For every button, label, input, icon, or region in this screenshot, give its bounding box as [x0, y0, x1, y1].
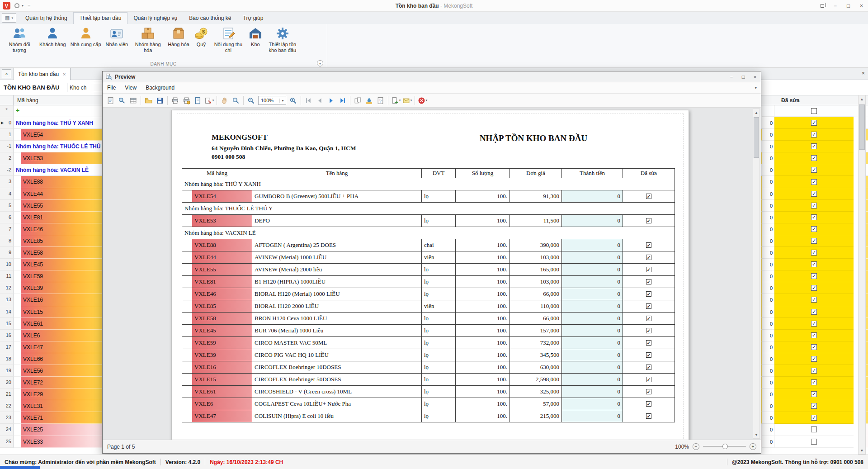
scale-icon[interactable]: ▾ [204, 95, 214, 106]
right-grid-row-26[interactable]: 0 [762, 424, 858, 436]
ribbon-collapse-icon[interactable]: ▼ [317, 60, 323, 66]
ribbon-tab-3[interactable]: Báo cáo thống kê [183, 13, 237, 24]
tabstrip-close-icon[interactable]: × [2, 69, 11, 78]
checkbox-icon[interactable]: ✓ [811, 403, 817, 409]
right-grid-row-15[interactable]: 0✓ [762, 294, 858, 306]
zoom-combo[interactable]: 100%▾ [258, 96, 286, 105]
ribbon-button-4[interactable]: Nhóm hàng hóa [131, 25, 165, 54]
close-button[interactable]: × [855, 0, 868, 11]
checkbox-icon[interactable]: ✓ [811, 321, 817, 327]
edited-checkbox-cell[interactable]: ✓ [774, 235, 854, 247]
edited-checkbox-cell[interactable]: ✓ [774, 400, 854, 412]
right-grid-row-10[interactable]: 0✓ [762, 235, 858, 247]
checkbox-icon[interactable] [811, 108, 817, 114]
maximize-button[interactable]: □ [842, 0, 855, 11]
checkbox-icon[interactable]: ✓ [811, 261, 817, 267]
checkbox-icon[interactable]: ✓ [811, 273, 817, 279]
right-grid-row-0[interactable]: 0✓ [762, 117, 858, 129]
edited-checkbox-cell[interactable]: ✓ [774, 212, 854, 223]
quick-access-caret-icon[interactable]: ▾ [22, 4, 24, 8]
new-item-edited-cell[interactable] [774, 105, 854, 117]
edited-checkbox-cell[interactable]: ✓ [774, 412, 854, 424]
edited-checkbox-cell[interactable]: ✓ [774, 341, 854, 353]
preview-close-button[interactable]: × [749, 71, 761, 82]
quick-access-icon[interactable] [14, 3, 19, 8]
checkbox-icon[interactable] [811, 439, 817, 445]
checkbox-icon[interactable]: ✓ [811, 120, 817, 126]
ribbon-button-7[interactable]: Nội dung thu chi [211, 25, 245, 54]
edited-checkbox-cell[interactable]: ✓ [774, 365, 854, 377]
ribbon-button-5[interactable]: Hàng hóa [166, 25, 191, 48]
zoom-in-button[interactable]: + [750, 443, 756, 450]
ribbon-tab-4[interactable]: Trợ giúp [237, 13, 269, 24]
checkbox-icon[interactable]: ✓ [811, 309, 817, 315]
right-grid-row-9[interactable]: 0✓ [762, 223, 858, 235]
checkbox-icon[interactable]: ✓ [811, 238, 817, 244]
edited-checkbox-cell[interactable]: ✓ [774, 282, 854, 294]
checkbox-icon[interactable]: ✓ [811, 297, 817, 303]
right-grid-row-23[interactable]: 0✓ [762, 388, 858, 400]
edited-checkbox-cell[interactable]: ✓ [774, 188, 854, 200]
checkbox-icon[interactable]: ✓ [811, 191, 817, 197]
edited-checkbox-cell[interactable]: ✓ [774, 247, 854, 259]
checkbox-icon[interactable]: ✓ [811, 179, 817, 185]
edited-checkbox-cell[interactable]: ✓ [774, 270, 854, 282]
ribbon-tab-1[interactable]: Thiết lập ban đầu [73, 12, 128, 24]
close-preview-icon[interactable]: ▾ [417, 95, 428, 106]
close-preview-caret-icon[interactable]: ▾ [426, 99, 428, 102]
edited-checkbox-cell[interactable]: ✓ [774, 259, 854, 270]
ribbon-tab-0[interactable]: Quản trị hệ thống [19, 13, 73, 24]
zoom-out-icon[interactable] [246, 95, 256, 106]
column-header-da-sua[interactable]: Đã sửa [762, 95, 858, 105]
checkbox-icon[interactable]: ✓ [811, 250, 817, 256]
checkbox-icon[interactable]: ✓ [811, 143, 817, 149]
print-dialog-icon[interactable] [181, 95, 192, 106]
open-icon[interactable] [143, 95, 154, 106]
right-grid-row-25[interactable]: 0✓ [762, 412, 858, 424]
zoom-combo-caret-icon[interactable]: ▾ [279, 99, 286, 103]
document-map-icon[interactable] [105, 95, 116, 106]
first-page-icon[interactable] [303, 95, 314, 106]
scroll-down-icon[interactable]: ▼ [859, 447, 865, 454]
ribbon-button-0[interactable]: Nhóm đối tượng [2, 25, 37, 54]
document-tab-close-icon[interactable]: × [63, 71, 66, 77]
checkbox-icon[interactable]: ✓ [811, 379, 817, 385]
preview-scrollbar-thumb[interactable] [754, 117, 759, 158]
email-icon[interactable]: ▾ [402, 95, 412, 106]
checkbox-icon[interactable]: ✓ [811, 391, 817, 397]
edited-checkbox-cell[interactable]: ✓ [774, 318, 854, 330]
page-setup-icon[interactable] [193, 95, 203, 106]
menu-1[interactable]: View [120, 83, 141, 93]
ribbon-button-8[interactable]: Kho [246, 25, 264, 48]
right-grid-row-3[interactable]: 0✓ [762, 152, 858, 164]
print-icon[interactable] [170, 95, 180, 106]
edited-checkbox-cell[interactable]: ✓ [774, 176, 854, 188]
checkbox-icon[interactable]: ✓ [811, 214, 817, 220]
edited-checkbox-cell[interactable]: ✓ [774, 117, 854, 129]
right-grid-row-16[interactable]: 0✓ [762, 306, 858, 318]
checkbox-icon[interactable]: ✓ [811, 203, 817, 208]
checkbox-icon[interactable]: ✓ [811, 285, 817, 291]
right-grid-row-14[interactable]: 0✓ [762, 282, 858, 294]
edited-checkbox-cell[interactable]: ✓ [774, 152, 854, 164]
document-tab-ton-kho[interactable]: Tồn kho ban đầu × [14, 68, 71, 80]
right-grid-row-1[interactable]: 0✓ [762, 129, 858, 141]
menu-0[interactable]: File [103, 83, 120, 93]
checkbox-icon[interactable]: ✓ [811, 132, 817, 137]
export-caret-icon[interactable]: ▾ [399, 99, 401, 102]
grid-vertical-scrollbar[interactable]: ▲ ▼ [858, 95, 866, 455]
edited-checkbox-cell[interactable]: ✓ [774, 164, 854, 176]
preview-vertical-scrollbar[interactable]: ▲ ▼ [753, 109, 760, 439]
edited-checkbox-cell[interactable]: ✓ [774, 129, 854, 141]
page-color-icon[interactable] [364, 95, 374, 106]
right-grid-row-22[interactable]: 0✓ [762, 377, 858, 388]
ribbon-button-2[interactable]: Nhà cung cấp [69, 25, 103, 48]
edited-checkbox-cell[interactable]: ✓ [774, 330, 854, 341]
edited-checkbox-cell[interactable]: ✓ [774, 377, 854, 388]
scroll-up-icon[interactable]: ▲ [859, 95, 865, 103]
right-grid-row-12[interactable]: 0✓ [762, 259, 858, 270]
minimize-button[interactable]: − [829, 0, 842, 11]
menubar-overflow-caret-icon[interactable]: ▾ [755, 85, 757, 90]
right-grid-row-18[interactable]: 0✓ [762, 330, 858, 341]
edited-checkbox-cell[interactable] [774, 424, 854, 436]
